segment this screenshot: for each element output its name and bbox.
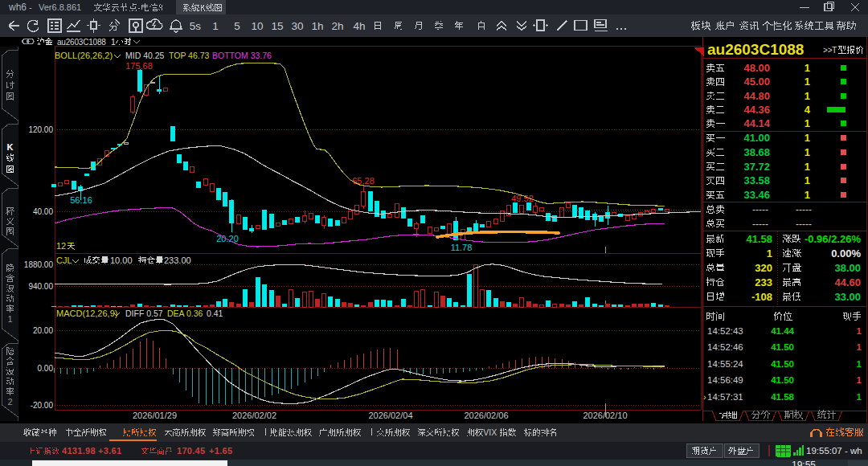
svg-text:175.68: 175.68 [125, 61, 153, 71]
svg-text:1: 1 [805, 146, 810, 158]
svg-text:41.50: 41.50 [771, 342, 794, 352]
svg-text:1: 1 [857, 392, 862, 402]
svg-text:2026/01/29: 2026/01/29 [133, 411, 177, 420]
svg-text:5s: 5s [190, 20, 202, 32]
svg-text:wh6: wh6 [8, 2, 27, 13]
svg-text:MACD(12,26,9): MACD(12,26,9) [56, 309, 117, 318]
svg-text:233: 233 [755, 276, 772, 288]
svg-text:1: 1 [805, 161, 810, 173]
svg-text:40.00: 40.00 [33, 207, 53, 216]
svg-text:1: 1 [805, 76, 810, 88]
svg-text:au2603C1088: au2603C1088 [707, 41, 804, 58]
svg-text:44.80: 44.80 [743, 90, 770, 102]
svg-text:37.72: 37.72 [743, 161, 770, 173]
svg-text:14:57:31: 14:57:31 [707, 392, 743, 402]
svg-text:940.00: 940.00 [28, 282, 53, 291]
svg-text:0.00: 0.00 [38, 364, 54, 373]
svg-text:120.00: 120.00 [28, 125, 53, 134]
svg-text:48.00: 48.00 [743, 62, 770, 74]
svg-text:170.45: 170.45 [177, 446, 205, 456]
svg-text:-: - [29, 2, 32, 12]
svg-text:Ver6.8.861: Ver6.8.861 [39, 2, 81, 12]
svg-text:38.68: 38.68 [743, 146, 770, 158]
svg-text:15: 15 [271, 20, 283, 32]
svg-text:TOP 46.73: TOP 46.73 [169, 51, 210, 60]
svg-text:1: 1 [805, 117, 810, 129]
svg-text:DEA 0.36: DEA 0.36 [167, 309, 203, 318]
svg-text:1: 1 [857, 342, 862, 352]
svg-text:K: K [7, 142, 14, 152]
svg-text:2026/02/06: 2026/02/06 [464, 411, 508, 420]
svg-text:1: 1 [857, 375, 862, 385]
svg-text:1: 1 [805, 132, 810, 144]
svg-text:CJL: CJL [56, 255, 72, 265]
svg-text:56.16: 56.16 [70, 195, 92, 205]
svg-text:12: 12 [56, 241, 66, 251]
svg-text:14:52:46: 14:52:46 [707, 342, 743, 352]
svg-text:65.28: 65.28 [352, 176, 375, 186]
svg-text:19:55: 19:55 [792, 460, 816, 466]
svg-text:41.00: 41.00 [743, 132, 770, 144]
svg-text:5: 5 [234, 20, 240, 32]
svg-text:-0.96/2.26%: -0.96/2.26% [805, 233, 862, 245]
svg-text:-----: ----- [796, 219, 812, 230]
svg-text:14:55:24: 14:55:24 [707, 359, 743, 369]
svg-text:4h: 4h [353, 20, 365, 32]
svg-text:33.58: 33.58 [743, 174, 770, 186]
svg-text:33.46: 33.46 [743, 189, 770, 201]
svg-text:2h: 2h [331, 20, 343, 32]
svg-text:41.58: 41.58 [771, 392, 794, 402]
svg-text:44.60: 44.60 [834, 276, 861, 288]
svg-text:1: 1 [7, 314, 12, 324]
svg-text:1: 1 [805, 189, 810, 201]
svg-text:2: 2 [7, 397, 12, 407]
svg-text:-----: ----- [752, 219, 768, 230]
svg-text:0.00%: 0.00% [831, 247, 861, 260]
svg-text:1880.00: 1880.00 [24, 260, 54, 269]
svg-text:10: 10 [251, 20, 263, 32]
svg-text:38.00: 38.00 [834, 262, 861, 274]
svg-text:33.00: 33.00 [834, 291, 861, 303]
svg-text:233.00: 233.00 [164, 255, 191, 265]
svg-text:MID 40.25: MID 40.25 [125, 51, 165, 60]
svg-text:2026/02/04: 2026/02/04 [368, 411, 412, 420]
svg-text:41.44: 41.44 [771, 326, 794, 336]
svg-text:2026/02/10: 2026/02/10 [583, 411, 627, 420]
svg-text:1: 1 [767, 247, 772, 260]
svg-text:›: › [703, 392, 706, 402]
svg-text:1: 1 [805, 174, 810, 186]
svg-text:14:56:49: 14:56:49 [707, 375, 743, 385]
svg-text:41.50: 41.50 [771, 359, 794, 369]
svg-text:19:55:07 - wh: 19:55:07 - wh [806, 446, 862, 456]
svg-text:1: 1 [857, 359, 862, 369]
svg-text:-108: -108 [751, 291, 772, 303]
svg-text:VIX: VIX [483, 427, 497, 437]
svg-text:1: 1 [212, 20, 219, 32]
svg-text:-20.00: -20.00 [31, 401, 54, 410]
svg-text:au2603C1088: au2603C1088 [57, 38, 106, 47]
svg-text:+1.65: +1.65 [209, 446, 232, 456]
svg-text:320: 320 [755, 262, 772, 274]
svg-text:BOTTOM 33.76: BOTTOM 33.76 [212, 51, 272, 60]
svg-text:11.78: 11.78 [451, 243, 473, 252]
svg-text:1: 1 [805, 90, 810, 102]
svg-text:45.00: 45.00 [743, 76, 770, 88]
svg-text:2026/02/02: 2026/02/02 [232, 411, 276, 420]
svg-text:30: 30 [291, 20, 303, 32]
svg-text:10.00: 10.00 [110, 255, 133, 265]
svg-text:-----: ----- [752, 204, 768, 215]
svg-text:-----: ----- [796, 204, 812, 215]
svg-text:41.58: 41.58 [746, 233, 772, 245]
svg-text:+3.61: +3.61 [98, 446, 121, 456]
svg-text:1h: 1h [311, 20, 323, 32]
svg-text:1: 1 [111, 37, 116, 47]
svg-text:T: T [832, 45, 837, 55]
svg-text:41.50: 41.50 [771, 375, 794, 385]
svg-text:4131.98: 4131.98 [62, 446, 96, 456]
svg-text:4: 4 [805, 104, 811, 116]
svg-text:20.00: 20.00 [33, 326, 53, 335]
svg-text:BOLL(26,26,2): BOLL(26,26,2) [55, 51, 113, 60]
svg-text:44.36: 44.36 [743, 104, 770, 116]
svg-text:44.14: 44.14 [743, 117, 770, 129]
svg-text:0.41: 0.41 [207, 309, 223, 318]
